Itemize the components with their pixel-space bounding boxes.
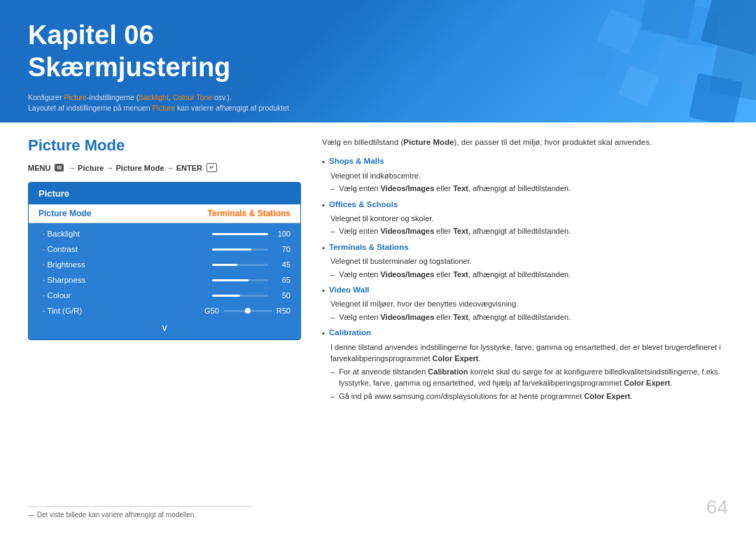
- contrast-bar: [212, 248, 268, 251]
- brightness-bar: [212, 264, 268, 266]
- colour-fill: [212, 295, 240, 297]
- shops-sub-text: Vælg enten Videos/Images eller Text, afh…: [339, 183, 570, 195]
- sharpness-slider-area: 65: [212, 276, 290, 284]
- bullet-dot: •: [322, 156, 325, 168]
- sharpness-fill: [212, 279, 248, 281]
- colour-slider-area: 50: [212, 291, 290, 300]
- calibration-sub1: – For at anvende tilstanden Calibration …: [330, 366, 728, 389]
- backlight-bar: [212, 233, 268, 235]
- brightness-row: · Brightness 45: [29, 257, 300, 272]
- picture-panel: Picture Picture Mode Terminals & Station…: [28, 182, 301, 340]
- chapter-name: Skærmjustering: [28, 52, 230, 82]
- bullet-dot-4: •: [322, 285, 325, 297]
- chapter-number: Kapitel 06: [28, 20, 154, 50]
- sharpness-label: · Sharpness: [43, 276, 85, 284]
- tint-left: G50: [204, 307, 219, 315]
- videowall-sub-text: Vælg enten Videos/Images eller Text, afh…: [339, 311, 570, 323]
- bullet-videowall-header: • Video Wall: [322, 284, 728, 297]
- menu-icon: III: [55, 164, 64, 171]
- videowall-desc: Velegnet til miljøer, hvor der benyttes …: [330, 298, 728, 310]
- colour-label: · Colour: [43, 291, 71, 300]
- bullet-dot-3: •: [322, 242, 325, 254]
- contrast-label: · Contrast: [43, 245, 78, 253]
- chapter-title: Kapitel 06 Skærmjustering: [28, 20, 230, 83]
- contrast-slider-area: 70: [212, 245, 290, 253]
- sub-dash-icon-5: –: [330, 366, 335, 378]
- offices-sub-text: Vælg enten Videos/Images eller Text, afh…: [339, 225, 570, 237]
- brightness-fill: [212, 264, 237, 266]
- chevron-down-icon: ∨: [161, 322, 168, 333]
- bullet-shops: • Shops & Malls Velegnet til indkøbscent…: [322, 155, 728, 194]
- svg-rect-8: [618, 65, 659, 106]
- calibration-sub2: – Gå ind på www.samsung.com/displaysolut…: [330, 391, 728, 402]
- header-decoration: [462, 0, 756, 122]
- videowall-title: Video Wall: [329, 284, 370, 296]
- calibration-sub1-text: For at anvende tilstanden Calibration ko…: [339, 366, 728, 389]
- tint-slider-area: G50 R50: [204, 307, 290, 315]
- sub-dash-icon-2: –: [330, 225, 335, 237]
- left-column: Picture Mode MENU III → Picture → Pictur…: [28, 136, 301, 406]
- offices-desc: Velegnet til kontorer og skoler.: [330, 213, 728, 225]
- calibration-title: Calibration: [329, 327, 371, 339]
- backlight-fill: [212, 233, 268, 235]
- main-content: Picture Mode MENU III → Picture → Pictur…: [0, 122, 756, 420]
- backlight-row: · Backlight 100: [29, 226, 300, 241]
- colour-bar: [212, 295, 268, 297]
- calibration-desc: I denne tilstand anvendes indstillingern…: [330, 342, 728, 365]
- selected-row: Picture Mode Terminals & Stations: [29, 204, 300, 223]
- offices-title: Offices & Schools: [329, 199, 398, 211]
- bullet-calibration: • Calibration I denne tilstand anvendes …: [322, 327, 728, 402]
- svg-rect-6: [578, 45, 612, 80]
- brightness-value: 45: [274, 260, 290, 269]
- selected-value: Terminals & Stations: [208, 209, 290, 218]
- selected-label: Picture Mode: [38, 209, 91, 218]
- menu-path: MENU III → Picture → Picture Mode → ENTE…: [28, 163, 301, 172]
- calibration-sub2-text: Gå ind på www.samsung.com/displaysolutio…: [339, 391, 632, 402]
- shops-desc: Velegnet til indkøbscentre.: [330, 170, 728, 182]
- backlight-label: · Backlight: [43, 230, 80, 238]
- footer-text: ― Det viste billede kan variere afhængig…: [28, 511, 196, 519]
- sharpness-row: · Sharpness 65: [29, 272, 300, 288]
- terminals-title: Terminals & Stations: [329, 241, 409, 253]
- intro-text: Vælg en billedtilstand (Picture Mode), d…: [322, 136, 728, 148]
- sub-dash-icon-4: –: [330, 311, 335, 323]
- contrast-value: 70: [274, 245, 290, 253]
- bullet-shops-header: • Shops & Malls: [322, 155, 728, 168]
- page-header: Kapitel 06 Skærmjustering Konfigurer Pic…: [0, 0, 756, 122]
- backlight-value: 100: [274, 230, 290, 238]
- tint-bar: [223, 310, 272, 312]
- bullet-dot-5: •: [322, 328, 325, 339]
- brightness-slider-area: 45: [212, 260, 290, 269]
- terminals-sub: – Vælg enten Videos/Images eller Text, a…: [330, 269, 728, 281]
- sharpness-bar: [212, 279, 268, 281]
- panel-rows: · Backlight 100 · Contrast 70: [29, 223, 300, 339]
- section-title: Picture Mode: [28, 136, 301, 155]
- tint-label: · Tint (G/R): [43, 307, 82, 315]
- shops-sub: – Vælg enten Videos/Images eller Text, a…: [330, 183, 728, 195]
- contrast-fill: [212, 248, 251, 251]
- tint-row: · Tint (G/R) G50 R50: [29, 303, 300, 318]
- bullet-videowall: • Video Wall Velegnet til miljøer, hvor …: [322, 284, 728, 323]
- svg-rect-5: [596, 8, 643, 55]
- header-subtitle: Konfigurer Picture-indstillingerne (Back…: [28, 92, 289, 115]
- videowall-sub: – Vælg enten Videos/Images eller Text, a…: [330, 311, 728, 323]
- colour-value: 50: [274, 291, 290, 300]
- bullet-calibration-header: • Calibration: [322, 327, 728, 339]
- bullet-terminals: • Terminals & Stations Velegnet til bust…: [322, 241, 728, 280]
- sub-dash-icon: –: [330, 183, 335, 195]
- chevron-row: ∨: [29, 318, 300, 337]
- panel-header: Picture: [29, 183, 300, 204]
- terminals-sub-text: Vælg enten Videos/Images eller Text, afh…: [339, 269, 570, 281]
- sub-dash-icon-6: –: [330, 391, 335, 402]
- sharpness-value: 65: [274, 276, 290, 284]
- tint-right: R50: [276, 307, 290, 315]
- bullet-terminals-header: • Terminals & Stations: [322, 241, 728, 254]
- tint-thumb: [245, 308, 251, 314]
- right-column: Vælg en billedtilstand (Picture Mode), d…: [322, 136, 728, 406]
- sub-dash-icon-3: –: [330, 269, 335, 281]
- bullet-dot-2: •: [322, 199, 325, 211]
- brightness-label: · Brightness: [43, 260, 85, 269]
- enter-icon: ↵: [206, 163, 217, 172]
- shops-title: Shops & Malls: [329, 155, 384, 167]
- page-number: 64: [706, 496, 728, 519]
